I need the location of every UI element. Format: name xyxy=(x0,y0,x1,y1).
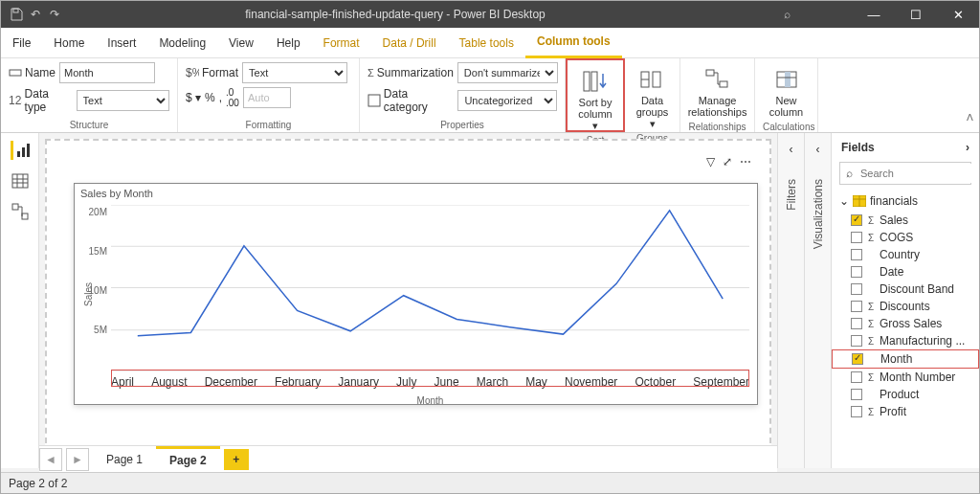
data-groups-button[interactable]: Datagroups ▾ xyxy=(633,62,672,133)
field-checkbox[interactable] xyxy=(851,389,862,400)
field-checkbox[interactable] xyxy=(851,335,862,347)
field-cogs[interactable]: ΣCOGS xyxy=(832,229,979,246)
sort-icon xyxy=(582,68,609,95)
x-axis-label: Month xyxy=(417,395,444,406)
field-discounts[interactable]: ΣDiscounts xyxy=(832,298,979,315)
add-page-button[interactable]: + xyxy=(224,449,249,470)
fields-search[interactable]: ⌕ xyxy=(839,162,971,185)
window-title: financial-sample-finished-update-query -… xyxy=(70,8,721,21)
relationships-icon xyxy=(704,66,731,93)
manage-relationships-button[interactable]: Managerelationships xyxy=(688,62,746,122)
svg-rect-15 xyxy=(17,151,20,157)
chevron-left-icon[interactable]: ‹ xyxy=(816,143,820,156)
field-checkbox[interactable] xyxy=(851,232,862,243)
table-financials[interactable]: ⌄financials xyxy=(832,191,979,212)
field-label: Date xyxy=(880,265,903,279)
menu-file[interactable]: File xyxy=(1,28,42,58)
menu-modeling[interactable]: Modeling xyxy=(147,28,217,58)
field-checkbox[interactable] xyxy=(851,406,862,417)
decimal-places-input[interactable] xyxy=(243,87,291,108)
save-icon[interactable] xyxy=(9,7,24,22)
report-canvas[interactable]: ▽ ⤢ ⋯ Sales by Month 5M10M15M20M AprilAu… xyxy=(45,139,771,462)
field-checkbox[interactable] xyxy=(851,318,862,329)
menu-columntools[interactable]: Column tools xyxy=(525,28,622,58)
field-product[interactable]: Product xyxy=(832,386,979,403)
undo-icon[interactable]: ↶ xyxy=(28,7,43,22)
field-discount-band[interactable]: Discount Band xyxy=(832,281,979,298)
field-manufacturing-[interactable]: ΣManufacturing ... xyxy=(832,332,979,349)
field-date[interactable]: Date xyxy=(832,263,979,281)
field-label: COGS xyxy=(880,231,913,244)
menu-help[interactable]: Help xyxy=(265,28,312,58)
field-checkbox[interactable] xyxy=(851,214,862,226)
focus-icon[interactable]: ⤢ xyxy=(723,155,732,168)
field-label: Month xyxy=(880,352,912,366)
field-month-number[interactable]: ΣMonth Number xyxy=(832,369,979,386)
page-next-button[interactable]: ► xyxy=(66,448,89,471)
fields-search-input[interactable] xyxy=(857,164,980,183)
svg-rect-6 xyxy=(591,72,597,91)
field-checkbox[interactable] xyxy=(852,353,863,365)
field-label: Month Number xyxy=(880,370,955,384)
page-prev-button[interactable]: ◄ xyxy=(39,448,62,471)
summarization-label: Σ Summarization xyxy=(368,66,454,79)
field-profit[interactable]: ΣProfit xyxy=(832,403,979,420)
view-rail xyxy=(1,133,39,468)
format-select[interactable]: Text xyxy=(242,62,347,83)
sort-by-column-button[interactable]: Sort bycolumn ▾ xyxy=(575,64,615,135)
chevron-right-icon[interactable]: › xyxy=(966,141,969,154)
more-icon[interactable]: ⋯ xyxy=(740,155,751,168)
field-country[interactable]: Country xyxy=(832,246,979,263)
filters-pane-collapsed[interactable]: ‹ Filters xyxy=(777,133,804,468)
maximize-button[interactable]: ☐ xyxy=(895,1,937,28)
titlebar-search-icon[interactable]: ⌕ xyxy=(778,6,795,23)
datatype-select[interactable]: Text xyxy=(77,90,169,111)
comma-icon: , xyxy=(219,91,222,104)
datacategory-select[interactable]: Uncategorized xyxy=(457,90,557,111)
groups-icon xyxy=(639,66,666,93)
menu-tabletools[interactable]: Table tools xyxy=(448,28,525,58)
ribbon-collapse-icon[interactable]: ᐱ xyxy=(967,112,973,123)
field-label: Product xyxy=(880,388,919,401)
summarization-select[interactable]: Don't summarize xyxy=(457,62,558,83)
field-checkbox[interactable] xyxy=(851,249,862,260)
field-checkbox[interactable] xyxy=(851,371,862,383)
field-checkbox[interactable] xyxy=(851,301,862,312)
menu-format[interactable]: Format xyxy=(312,28,371,58)
page-status-text: Page 2 of 2 xyxy=(9,477,67,490)
chevron-left-icon[interactable]: ‹ xyxy=(790,143,793,156)
column-name-input[interactable] xyxy=(59,62,155,83)
page-tab-2[interactable]: Page 2 xyxy=(156,446,220,473)
minimize-button[interactable]: — xyxy=(853,1,895,28)
menu-home[interactable]: Home xyxy=(42,28,96,58)
model-view-icon[interactable] xyxy=(11,202,30,221)
field-sales[interactable]: ΣSales xyxy=(832,212,979,229)
field-gross-sales[interactable]: ΣGross Sales xyxy=(832,315,979,332)
svg-rect-13 xyxy=(785,72,791,87)
new-column-button[interactable]: Newcolumn xyxy=(763,62,810,122)
chart-visual[interactable]: ▽ ⤢ ⋯ Sales by Month 5M10M15M20M AprilAu… xyxy=(74,183,758,405)
svg-text:123: 123 xyxy=(9,94,22,107)
menu-insert[interactable]: Insert xyxy=(96,28,147,58)
svg-rect-24 xyxy=(22,213,28,219)
ribbon: Name 123Data type Text Structure $%Forma… xyxy=(1,58,979,133)
filter-icon[interactable]: ▽ xyxy=(706,155,715,168)
redo-icon[interactable]: ↷ xyxy=(47,7,62,22)
field-checkbox[interactable] xyxy=(851,266,862,278)
menu-view[interactable]: View xyxy=(217,28,265,58)
page-tabs: ◄ ► Page 1 Page 2 + xyxy=(39,445,777,472)
field-label: Sales xyxy=(880,213,908,227)
viz-pane-collapsed[interactable]: ‹ Visualizations xyxy=(804,133,831,468)
page-tab-1[interactable]: Page 1 xyxy=(93,446,156,473)
close-button[interactable]: ✕ xyxy=(937,1,979,28)
data-view-icon[interactable] xyxy=(11,171,30,191)
new-column-icon xyxy=(773,66,800,93)
search-icon: ⌕ xyxy=(846,167,853,180)
field-label: Gross Sales xyxy=(880,317,942,330)
report-view-icon[interactable] xyxy=(11,141,30,160)
svg-rect-11 xyxy=(720,81,727,87)
menu-datadrill[interactable]: Data / Drill xyxy=(371,28,448,58)
field-checkbox[interactable] xyxy=(851,283,862,295)
svg-rect-4 xyxy=(368,95,380,106)
field-month[interactable]: Month xyxy=(832,349,979,369)
